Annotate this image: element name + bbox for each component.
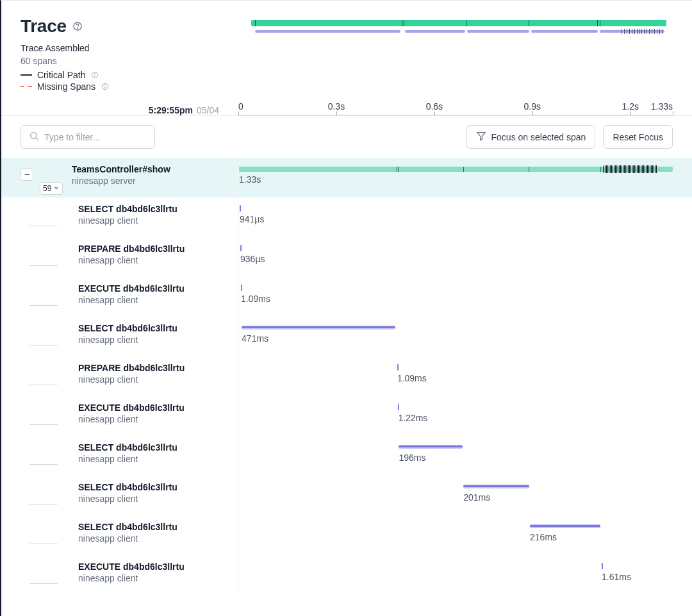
span-duration: 1.33s (239, 174, 261, 185)
span-bar (240, 245, 242, 251)
axis-tick-label: 0 (238, 101, 243, 112)
axis-date: 05/04 (197, 105, 219, 115)
minimap-segment (255, 30, 400, 33)
span-bar (398, 404, 399, 410)
span-title: SELECT db4bd6lc3llrtu (78, 522, 177, 532)
focus-span-label: Focus on selected span (491, 132, 586, 142)
reset-focus-label: Reset Focus (613, 132, 663, 142)
span-title: SELECT db4bd6lc3llrtu (78, 323, 177, 333)
span-duration: 201ms (463, 492, 490, 503)
span-subtitle: ninesapp client (78, 533, 177, 544)
minimap-segment (467, 30, 529, 33)
search-input-wrap[interactable] (21, 125, 155, 149)
span-duration: 1.61ms (602, 572, 631, 582)
span-track: 196ms (239, 442, 673, 454)
info-icon[interactable] (90, 71, 99, 79)
span-row[interactable]: SELECT db4bd6lc3llrtuninesapp client471m… (1, 317, 692, 356)
svg-marker-10 (477, 133, 485, 140)
span-subtitle: ninesapp client (78, 335, 177, 345)
legend-line-icon (21, 74, 32, 76)
span-bar (530, 524, 600, 528)
span-title: PREPARE db4bd6lc3llrtu (78, 363, 185, 373)
span-title: TeamsController#show (72, 164, 170, 174)
span-bar (241, 285, 242, 291)
span-count: 60 spans (21, 56, 238, 66)
child-count-select[interactable]: 59 (40, 182, 63, 195)
span-duration: 1.09ms (241, 294, 270, 304)
span-row[interactable]: EXECUTE db4bd6lc3llrtuninesapp client1.0… (1, 277, 692, 317)
focus-span-button[interactable]: Focus on selected span (466, 125, 596, 149)
filter-icon (476, 131, 486, 143)
span-row[interactable]: EXECUTE db4bd6lc3llrtuninesapp client1.2… (1, 396, 692, 436)
span-title: EXECUTE db4bd6lc3llrtu (78, 283, 185, 294)
span-track: 1.09ms (239, 283, 673, 295)
minimap-segment (405, 30, 465, 33)
span-bar (463, 485, 529, 488)
span-subtitle: ninesapp client (78, 374, 185, 385)
reset-focus-button[interactable]: Reset Focus (603, 125, 673, 149)
span-duration: 196ms (399, 453, 425, 463)
span-track: 1.33s (239, 164, 673, 176)
span-bar (242, 326, 395, 329)
help-icon[interactable] (72, 21, 83, 32)
span-duration: 936µs (240, 254, 265, 264)
span-bar (240, 205, 241, 212)
span-row[interactable]: SELECT db4bd6lc3llrtuninesapp client201m… (1, 476, 692, 515)
minimap-full-bar (251, 20, 666, 26)
span-title: SELECT db4bd6lc3llrtu (78, 204, 177, 214)
info-icon[interactable] (101, 82, 110, 91)
span-track: 216ms (239, 522, 673, 533)
span-bar (239, 167, 673, 172)
axis-tick-label: 1.33s (651, 101, 673, 112)
span-subtitle: ninesapp client (78, 454, 177, 464)
span-duration: 1.09ms (397, 373, 427, 383)
minimap[interactable] (251, 16, 673, 92)
span-subtitle: ninesapp client (78, 414, 185, 424)
span-row[interactable]: −59TeamsController#showninesapp server1.… (1, 158, 692, 197)
span-title: EXECUTE db4bd6lc3llrtu (78, 403, 185, 413)
span-track: 941µs (239, 204, 673, 215)
span-track: 1.61ms (239, 562, 673, 573)
trace-subtitle: Trace Assembled (21, 43, 238, 53)
span-duration: 941µs (240, 214, 264, 224)
span-subtitle: ninesapp client (78, 295, 185, 305)
span-row[interactable]: SELECT db4bd6lc3llrtuninesapp client216m… (1, 515, 692, 555)
svg-point-4 (95, 73, 95, 74)
child-count-value: 59 (43, 184, 51, 193)
span-subtitle: ninesapp server (72, 176, 170, 186)
span-duration: 216ms (530, 532, 557, 542)
time-axis: 00.3s0.6s0.9s1.2s1.33s (238, 100, 673, 115)
axis-tick-label: 1.2s (622, 101, 638, 112)
span-row[interactable]: SELECT db4bd6lc3llrtuninesapp client941µ… (1, 197, 692, 237)
span-title: SELECT db4bd6lc3llrtu (78, 482, 177, 492)
legend-dashed-icon (21, 86, 32, 87)
span-bar (602, 563, 603, 569)
span-duration: 471ms (242, 333, 268, 344)
span-subtitle: ninesapp client (78, 573, 185, 583)
collapse-button[interactable]: − (21, 168, 33, 181)
legend-missing-spans-label: Missing Spans (37, 81, 95, 92)
search-input[interactable] (44, 132, 147, 142)
legend-missing-spans: Missing Spans (21, 81, 238, 92)
minimap-segment (531, 30, 598, 33)
span-title: PREPARE db4bd6lc3llrtu (78, 244, 185, 254)
axis-time: 5:29:55pm (149, 105, 193, 115)
svg-point-7 (105, 85, 106, 85)
svg-point-8 (31, 133, 37, 138)
span-title: EXECUTE db4bd6lc3llrtu (78, 562, 185, 572)
axis-tick-label: 0.3s (328, 101, 345, 112)
axis-tick-label: 0.6s (426, 101, 443, 112)
span-row[interactable]: EXECUTE db4bd6lc3llrtuninesapp client1.6… (1, 555, 692, 595)
search-icon (29, 131, 39, 143)
legend-critical-path-label: Critical Path (37, 70, 85, 80)
span-duration: 1.22ms (398, 413, 427, 423)
span-subtitle: ninesapp client (78, 255, 185, 265)
span-row[interactable]: PREPARE db4bd6lc3llrtuninesapp client936… (1, 237, 692, 277)
page-title: Trace (21, 16, 67, 37)
span-track: 936µs (239, 244, 673, 255)
svg-line-9 (36, 138, 38, 140)
span-row[interactable]: PREPARE db4bd6lc3llrtuninesapp client1.0… (1, 356, 692, 396)
span-track: 201ms (239, 482, 673, 494)
span-track: 1.22ms (239, 403, 673, 414)
span-row[interactable]: SELECT db4bd6lc3llrtuninesapp client196m… (1, 436, 692, 476)
